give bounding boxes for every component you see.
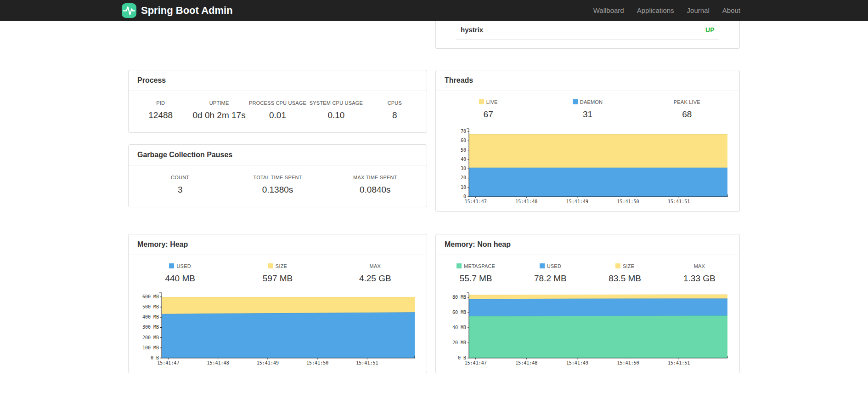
stat-label-text: SIZE: [623, 263, 634, 269]
brand-link[interactable]: Spring Boot Admin: [121, 3, 233, 18]
nav-link-about[interactable]: About: [716, 0, 747, 21]
stat-value: 8: [366, 110, 424, 120]
process-panel-title: Process: [129, 70, 427, 91]
stat-label: MAX TIME SPENT: [327, 175, 424, 180]
x-tick-label: 15:41:51: [668, 360, 690, 365]
process-panel: Process PID12488UPTIME0d 0h 2m 17sPROCES…: [128, 70, 427, 133]
stat-column: METASPACE55.7 MB: [439, 263, 513, 284]
legend-swatch: [615, 263, 620, 268]
gc-panel-title: Garbage Collection Pauses: [129, 145, 427, 165]
stat-value: 83.5 MB: [588, 273, 662, 284]
stat-column: SIZE597 MB: [229, 263, 326, 284]
stat-column: COUNT3: [131, 175, 229, 195]
heap-chart-wrap: 0 B100 MB200 MB300 MB400 MB500 MB600 MB1…: [129, 289, 427, 373]
x-tick-label: 15:41:48: [515, 360, 537, 365]
nav-link-journal[interactable]: Journal: [681, 0, 716, 21]
threads-chart-wrap: 01020304050607015:41:4715:41:4815:41:491…: [436, 125, 739, 211]
navbar: Spring Boot Admin WallboardApplicationsJ…: [0, 0, 868, 21]
x-tick-label: 15:41:47: [465, 360, 487, 365]
stat-label: COUNT: [131, 175, 229, 180]
legend-swatch: [479, 99, 484, 104]
application-name[interactable]: hystrix: [461, 26, 483, 34]
stat-column: SIZE83.5 MB: [588, 263, 662, 284]
nav-links: WallboardApplicationsJournalAbout: [587, 0, 747, 21]
stat-value: 3: [131, 185, 229, 195]
y-tick-label: 20: [461, 175, 466, 180]
y-tick-label: 10: [461, 185, 466, 190]
stat-label-text: TOTAL TIME SPENT: [253, 175, 302, 180]
y-tick-label: 0 B: [151, 355, 159, 360]
y-tick-label: 30: [461, 166, 466, 171]
heap-legend: USED440 MBSIZE597 MBMAX4.25 GB: [129, 255, 427, 289]
x-tick-label: 15:41:50: [306, 360, 328, 365]
stat-label: USED: [131, 263, 229, 269]
stat-label: PEAK LIVE: [637, 99, 737, 105]
nonheap-panel: Memory: Non heap METASPACE55.7 MBUSED78.…: [435, 234, 740, 373]
y-tick-label: 0 B: [458, 355, 466, 360]
y-tick-label: 40: [461, 157, 466, 162]
nav-item: Applications: [631, 0, 681, 21]
series-area-metaspace: [469, 316, 727, 358]
heap-panel: Memory: Heap USED440 MBSIZE597 MBMAX4.25…: [128, 234, 427, 373]
stat-value: 0.0840s: [327, 185, 424, 195]
stat-value: 78.2 MB: [513, 273, 587, 284]
stat-label-text: MAX TIME SPENT: [353, 175, 397, 180]
nav-item: About: [716, 0, 747, 21]
legend-swatch: [573, 99, 578, 104]
x-tick-label: 15:41:50: [617, 199, 639, 204]
stat-label-text: SIZE: [276, 263, 287, 269]
stat-value: 12488: [131, 110, 190, 120]
stat-label-text: USED: [547, 263, 561, 269]
stat-label: SYSTEM CPU USAGE: [307, 100, 365, 106]
stat-label: DAEMON: [538, 99, 637, 105]
stat-label-text: COUNT: [171, 175, 189, 180]
legend-swatch: [457, 263, 462, 268]
stat-value: 68: [637, 109, 737, 120]
stat-label: SIZE: [588, 263, 662, 269]
stat-label-text: PEAK LIVE: [674, 99, 700, 105]
stat-value: 597 MB: [229, 273, 326, 284]
stat-value: 0.10: [307, 110, 365, 120]
stat-column: MAX1.33 GB: [662, 263, 737, 284]
heap-chart: 0 B100 MB200 MB300 MB400 MB500 MB600 MB1…: [135, 290, 420, 368]
stat-label-text: DAEMON: [580, 99, 603, 105]
stat-column: UPTIME0d 0h 2m 17s: [190, 100, 248, 120]
stat-value: 55.7 MB: [439, 273, 513, 284]
stat-label-text: MAX: [694, 263, 705, 269]
stat-value: 0.1380s: [229, 185, 326, 195]
legend-swatch: [169, 263, 174, 268]
stat-label: METASPACE: [439, 263, 513, 269]
series-area-used: [162, 313, 415, 358]
stat-column: LIVE67: [439, 99, 538, 120]
nav-item: Wallboard: [587, 0, 631, 21]
x-tick-label: 15:41:49: [566, 199, 588, 204]
y-tick-label: 300 MB: [142, 325, 159, 330]
stat-value: 4.25 GB: [327, 273, 424, 284]
spring-boot-admin-logo: [121, 3, 137, 18]
stat-label-text: UPTIME: [209, 100, 229, 106]
stat-value: 1.33 GB: [662, 273, 737, 284]
stat-column: PROCESS CPU USAGE0.01: [248, 100, 307, 120]
main-content: hystrix UP Process PID12488UPTIME0d 0h 2…: [128, 21, 740, 373]
nav-link-wallboard[interactable]: Wallboard: [587, 0, 631, 21]
y-tick-label: 40 MB: [452, 325, 466, 330]
stat-label: PROCESS CPU USAGE: [248, 100, 307, 106]
threads-panel-title: Threads: [436, 70, 739, 91]
x-tick-label: 15:41:48: [515, 199, 537, 204]
application-row[interactable]: hystrix UP: [457, 21, 719, 40]
y-tick-label: 20 MB: [452, 340, 466, 345]
stat-value: 31: [538, 109, 637, 120]
y-tick-label: 200 MB: [142, 335, 159, 340]
stat-value: 67: [439, 109, 538, 120]
x-tick-label: 15:41:51: [668, 199, 690, 204]
stat-label: LIVE: [439, 99, 538, 105]
stat-label-text: PID: [156, 100, 165, 106]
nav-link-applications[interactable]: Applications: [631, 0, 681, 21]
y-tick-label: 0: [463, 194, 466, 199]
stat-label-text: SYSTEM CPU USAGE: [310, 100, 363, 106]
stat-label-text: USED: [176, 263, 191, 269]
stat-column: CPUS8: [366, 100, 424, 120]
stat-column: SYSTEM CPU USAGE0.10: [307, 100, 365, 120]
application-status: UP: [705, 26, 715, 34]
gc-stats: COUNT3TOTAL TIME SPENT0.1380sMAX TIME SP…: [129, 165, 427, 207]
